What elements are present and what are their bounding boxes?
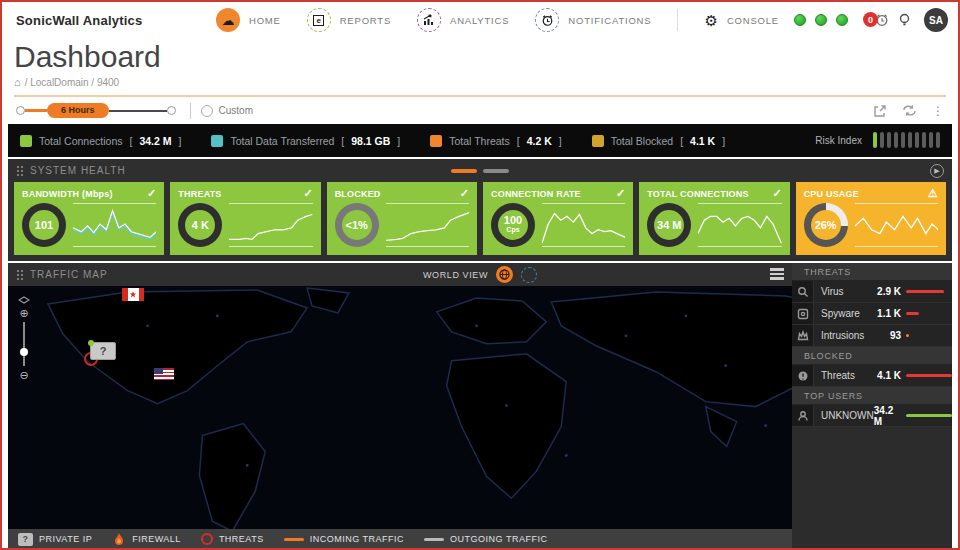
page-header: Dashboard ⌂ / LocalDomain / 9400 — [2, 38, 958, 97]
incoming-line-icon — [284, 538, 304, 541]
chart-icon — [417, 8, 441, 32]
threat-circle-icon — [201, 533, 213, 545]
check-icon: ✓ — [460, 188, 469, 199]
total-connections-sparkline — [698, 203, 781, 247]
total-threats: Total Threats [4.2 K] — [430, 135, 561, 147]
panel-row-blocked-threats[interactable]: Threats 4.1 K — [792, 365, 952, 387]
check-icon: ✓ — [303, 188, 312, 199]
system-health-header: SYSTEM HEALTH ▶ — [8, 159, 952, 182]
time-range-pill[interactable]: 6 Hours — [47, 103, 109, 118]
lightbulb-icon[interactable] — [898, 13, 911, 28]
blocked-sparkline — [386, 203, 469, 247]
spyware-icon — [792, 303, 814, 324]
expand-icon[interactable]: ▶ — [930, 164, 944, 178]
zoom-in-icon[interactable]: ⊕ — [19, 306, 28, 320]
total-connections-ring: 34 M — [647, 203, 691, 247]
zoom-out-icon[interactable]: ⊖ — [19, 368, 28, 382]
cloud-icon: ☁ — [216, 8, 240, 32]
legend-square-teal — [211, 135, 223, 147]
card-bandwidth[interactable]: BANDWIDTH (Mbps)✓ 101 — [14, 182, 164, 255]
map-layers-icon[interactable] — [18, 296, 30, 306]
zoom-slider[interactable] — [23, 322, 25, 366]
threats-ring: 4 K — [178, 203, 222, 247]
card-threats[interactable]: THREATS✓ 4 K — [170, 182, 320, 255]
dashboard-actions: ⋮ — [873, 104, 944, 118]
nav-home[interactable]: ☁ HOME — [216, 8, 281, 32]
health-cards-row: BANDWIDTH (Mbps)✓ 101 THREATS✓ 4 K — [8, 182, 952, 261]
alarm-icon — [535, 8, 559, 32]
zoom-slider-thumb[interactable] — [20, 348, 28, 356]
nav-divider — [677, 9, 678, 31]
refresh-icon[interactable] — [902, 104, 917, 117]
alert-bell-button[interactable]: 0 — [863, 12, 889, 28]
threat-side-panel: THREATS Virus 2.9 K Spyware 1.1 K Intrus… — [792, 263, 952, 550]
totals-summary-bar: Total Connections [34.2 M] Total Data Tr… — [8, 124, 952, 157]
card-cpu-usage[interactable]: CPU USAGE⚠ 26% — [796, 182, 946, 255]
legend-private-ip: ? PRIVATE IP — [18, 533, 92, 546]
card-blocked[interactable]: BLOCKED✓ <1% — [327, 182, 477, 255]
home-icon: ⌂ — [14, 76, 21, 88]
drag-handle-icon[interactable] — [16, 269, 24, 281]
nav-notifications[interactable]: NOTIFICATIONS — [535, 8, 651, 32]
time-range-slider[interactable]: 6 Hours — [16, 103, 176, 118]
export-icon[interactable] — [873, 104, 887, 118]
firewall-status-dot — [88, 340, 94, 346]
carousel-indicator[interactable] — [451, 169, 509, 173]
panel-row-unknown-user[interactable]: UNKNOWN 34.2 M — [792, 405, 952, 427]
system-health-title: SYSTEM HEALTH — [30, 165, 126, 176]
legend-outgoing-traffic: OUTGOING TRAFFIC — [424, 534, 547, 544]
system-health-section: SYSTEM HEALTH ▶ BANDWIDTH (Mbps)✓ 101 TH… — [8, 159, 952, 261]
nav-console[interactable]: ⚙ CONSOLE — [704, 13, 779, 28]
card-total-connections[interactable]: TOTAL CONNECTIONS✓ 34 M — [639, 182, 789, 255]
marker-us-flag[interactable] — [154, 368, 174, 380]
marker-canada-flag[interactable] — [122, 288, 144, 301]
check-icon: ✓ — [772, 188, 781, 199]
threats-sparkline — [229, 203, 312, 247]
panel-row-virus[interactable]: Virus 2.9 K — [792, 281, 952, 303]
marker-private-ip[interactable]: ? — [90, 342, 116, 360]
world-view-toggle: WORLD VIEW — [423, 266, 537, 283]
map-menu-icon[interactable] — [770, 268, 784, 280]
outgoing-line-icon — [424, 538, 444, 541]
card-connection-rate[interactable]: CONNECTION RATE✓ 100Cps — [483, 182, 633, 255]
time-range-row: 6 Hours Custom ⋮ — [2, 97, 958, 124]
bandwidth-sparkline — [73, 203, 156, 247]
blocked-ring: <1% — [335, 203, 379, 247]
region-view-icon[interactable] — [521, 267, 537, 283]
total-data-transferred: Total Data Transferred [98.1 GB] — [211, 135, 400, 147]
panel-row-spyware[interactable]: Spyware 1.1 K — [792, 303, 952, 325]
slider-end-handle[interactable] — [167, 106, 176, 115]
report-icon: e — [307, 8, 331, 32]
nav-analytics[interactable]: ANALYTICS — [417, 8, 509, 32]
check-icon: ✓ — [147, 188, 156, 199]
page-title: Dashboard — [14, 40, 946, 73]
kebab-menu-icon[interactable]: ⋮ — [932, 104, 944, 118]
risk-index: Risk Index — [815, 132, 940, 150]
value-bar — [906, 312, 919, 315]
bandwidth-ring: 101 — [22, 203, 66, 247]
risk-index-label: Risk Index — [815, 135, 862, 146]
connection-rate-sparkline — [542, 203, 625, 247]
panel-row-intrusions[interactable]: Intrusions 93 — [792, 325, 952, 347]
traffic-map-title: TRAFFIC MAP — [30, 269, 108, 280]
value-bar — [906, 290, 944, 293]
panel-section-top-users: TOP USERS — [792, 387, 952, 405]
map-zoom-control: ⊕ ⊖ — [18, 296, 30, 383]
drag-handle-icon[interactable] — [16, 165, 24, 177]
legend-incoming-traffic: INCOMING TRAFFIC — [284, 534, 404, 544]
panel-section-blocked: BLOCKED — [792, 347, 952, 365]
globe-icon[interactable] — [496, 266, 513, 283]
legend-square-orange — [430, 135, 442, 147]
custom-range-radio[interactable] — [201, 105, 213, 117]
user-avatar[interactable]: SA — [924, 8, 948, 32]
legend-square-green — [20, 135, 32, 147]
value-bar — [906, 414, 952, 417]
slider-start-handle[interactable] — [16, 106, 25, 115]
traffic-map-section: TRAFFIC MAP WORLD VIEW — [8, 263, 952, 550]
virus-icon — [792, 281, 814, 302]
map-legend-bar: ? PRIVATE IP FIREWALL THREATS INCOMING T… — [8, 529, 792, 549]
nav-reports[interactable]: e REPORTS — [307, 8, 391, 32]
legend-threats: THREATS — [201, 533, 264, 545]
divider — [190, 103, 191, 119]
status-dot-green-3 — [836, 14, 848, 26]
